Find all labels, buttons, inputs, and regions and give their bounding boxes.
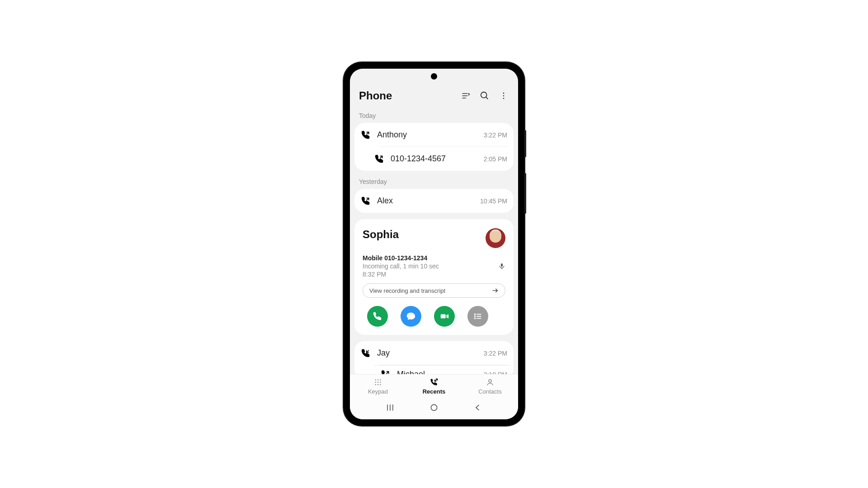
svg-point-5 bbox=[503, 93, 505, 94]
tab-recents[interactable]: Recents bbox=[406, 378, 462, 395]
svg-line-4 bbox=[486, 97, 488, 99]
call-time: 2:05 PM bbox=[484, 155, 507, 163]
svg-rect-14 bbox=[441, 314, 446, 318]
call-name: Jay bbox=[377, 348, 477, 358]
incoming-call-icon bbox=[361, 349, 371, 358]
transcript-label: View recording and transcript bbox=[369, 287, 445, 294]
call-row[interactable]: Jay 3:22 PM bbox=[354, 341, 514, 365]
svg-point-27 bbox=[377, 382, 378, 383]
microphone-icon bbox=[498, 263, 505, 270]
outgoing-call-icon bbox=[361, 131, 371, 140]
nav-home-icon[interactable] bbox=[429, 402, 439, 413]
svg-point-30 bbox=[377, 384, 378, 385]
contact-number: Mobile 010-1234-1234 bbox=[363, 254, 505, 262]
search-icon[interactable] bbox=[479, 90, 490, 101]
svg-point-25 bbox=[380, 380, 381, 380]
svg-point-28 bbox=[380, 382, 381, 383]
call-log[interactable]: Today Anthony 3:22 PM bbox=[350, 110, 518, 374]
more-icon[interactable] bbox=[498, 90, 509, 101]
tab-label: Contacts bbox=[478, 388, 501, 395]
arrow-right-icon bbox=[491, 287, 499, 294]
svg-point-26 bbox=[375, 382, 376, 383]
call-name: 010-1234-4567 bbox=[391, 154, 477, 164]
outgoing-call-icon bbox=[374, 155, 384, 164]
call-time: 3:22 PM bbox=[484, 350, 507, 357]
page-title: Phone bbox=[359, 89, 460, 102]
call-time: 10:45 PM bbox=[480, 197, 507, 205]
svg-point-33 bbox=[489, 380, 491, 382]
svg-point-16 bbox=[475, 314, 476, 315]
call-row[interactable]: Alex 10:45 PM bbox=[354, 189, 514, 213]
call-detail-card: Sophia Mobile 010-1234-1234 Incoming cal… bbox=[354, 219, 514, 335]
contact-name: Sophia bbox=[363, 228, 399, 241]
svg-point-29 bbox=[375, 384, 376, 385]
call-name: Alex bbox=[377, 196, 474, 206]
side-button bbox=[524, 173, 526, 214]
side-button bbox=[524, 130, 526, 157]
svg-point-31 bbox=[380, 384, 381, 385]
tab-contacts[interactable]: Contacts bbox=[462, 378, 518, 395]
svg-marker-15 bbox=[447, 314, 449, 318]
outgoing-call-icon bbox=[361, 197, 371, 206]
svg-point-18 bbox=[475, 316, 476, 317]
front-camera bbox=[431, 73, 437, 80]
nav-recents-icon[interactable] bbox=[385, 402, 396, 413]
svg-point-37 bbox=[431, 404, 437, 410]
section-yesterday: Yesterday bbox=[350, 176, 518, 189]
video-call-button[interactable] bbox=[434, 306, 455, 327]
details-button[interactable] bbox=[467, 306, 488, 327]
call-meta: Incoming call, 1 min 10 sec bbox=[363, 263, 439, 270]
app-header: Phone bbox=[350, 83, 518, 110]
section-today: Today bbox=[350, 110, 518, 123]
call-time: 3:10 PM bbox=[484, 371, 507, 375]
call-time: 3:22 PM bbox=[484, 131, 507, 139]
svg-point-6 bbox=[503, 95, 505, 97]
tab-keypad[interactable]: Keypad bbox=[350, 378, 406, 395]
svg-point-23 bbox=[375, 380, 376, 380]
tab-label: Recents bbox=[423, 388, 446, 395]
screen: Phone bbox=[350, 69, 518, 419]
svg-point-3 bbox=[481, 92, 487, 98]
tab-label: Keypad bbox=[368, 388, 388, 395]
call-timestamp: 8:32 PM bbox=[363, 271, 505, 278]
svg-rect-11 bbox=[501, 263, 503, 267]
call-button[interactable] bbox=[367, 306, 388, 327]
call-name: Michael bbox=[397, 370, 477, 374]
call-row[interactable]: 010-1234-4567 2:05 PM bbox=[374, 147, 514, 171]
device-frame: Phone bbox=[344, 62, 524, 426]
outgoing-call-icon bbox=[381, 370, 391, 375]
call-row[interactable]: Michael 3:10 PM bbox=[374, 365, 514, 374]
avatar[interactable] bbox=[486, 228, 505, 248]
view-transcript-button[interactable]: View recording and transcript bbox=[363, 283, 505, 298]
system-nav bbox=[350, 397, 518, 419]
message-button[interactable] bbox=[401, 306, 421, 327]
svg-point-7 bbox=[503, 98, 505, 99]
call-name: Anthony bbox=[377, 130, 477, 140]
filter-icon[interactable] bbox=[460, 90, 471, 101]
nav-back-icon[interactable] bbox=[472, 402, 483, 413]
call-row[interactable]: Anthony 3:22 PM bbox=[354, 123, 514, 147]
bottom-tabs: Keypad Recents Contacts bbox=[350, 374, 518, 397]
svg-point-24 bbox=[377, 380, 378, 380]
svg-point-20 bbox=[475, 318, 476, 319]
